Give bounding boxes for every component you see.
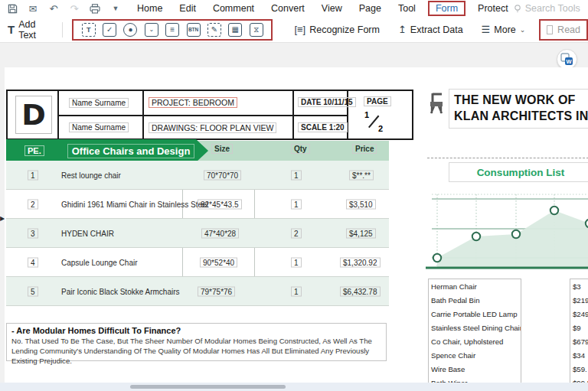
print-icon[interactable] bbox=[89, 2, 101, 15]
list-item[interactable]: Stainless Steel Dining Chair bbox=[429, 321, 521, 334]
column-price-header[interactable]: Price bbox=[352, 144, 377, 154]
read-checkbox[interactable] bbox=[547, 25, 553, 34]
page-label: PAGE bbox=[364, 96, 391, 106]
column-size-header[interactable]: Size bbox=[211, 144, 233, 154]
list-item-price[interactable]: $9 bbox=[570, 321, 588, 334]
push-button-field-icon[interactable]: BTN bbox=[187, 23, 201, 37]
table-header-row: PE. Office Chairs and Design Size Qty Pr… bbox=[6, 141, 389, 161]
list-item-price[interactable]: $3 bbox=[570, 279, 588, 293]
checkbox-field-icon[interactable]: ✓ bbox=[103, 23, 116, 37]
combo-box-field-icon[interactable]: ⌄ bbox=[145, 23, 158, 37]
list-item-price[interactable]: $219.9 bbox=[570, 293, 588, 307]
menu-form[interactable]: Form bbox=[428, 1, 466, 16]
consumption-item-names: Herman Chair Bath Pedal Bin Carrie Porta… bbox=[428, 279, 521, 390]
lamp-icon bbox=[513, 4, 522, 14]
recognize-form-button[interactable]: [≡] Recognize Form bbox=[294, 24, 380, 35]
faq-answer[interactable]: No. That Used To Be The Case, But The Sh… bbox=[11, 337, 381, 367]
read-mode-toggle[interactable]: Read bbox=[539, 19, 588, 41]
list-item[interactable]: Herman Chair bbox=[429, 279, 521, 293]
text-icon: T bbox=[8, 23, 15, 36]
divider bbox=[62, 22, 63, 37]
list-item[interactable]: Wire Base bbox=[429, 363, 521, 376]
extract-data-button[interactable]: ↥ Extract Data bbox=[398, 24, 463, 35]
digital-signature-field-icon[interactable]: ✎ bbox=[207, 23, 221, 37]
name-field-2[interactable]: Name Surname bbox=[69, 122, 129, 132]
list-box-field-icon[interactable]: ≡ bbox=[165, 23, 179, 37]
chair-icon bbox=[426, 92, 446, 118]
date-field[interactable]: DATE 10/11/15 bbox=[298, 97, 356, 107]
add-text-button[interactable]: T Add Text bbox=[0, 19, 59, 41]
list-item-price[interactable]: $679. bbox=[570, 334, 588, 348]
chevron-down-icon: ⌄ bbox=[520, 26, 526, 34]
consumption-list-heading[interactable]: Consumption List bbox=[449, 162, 588, 182]
form-field-button-group: T ✓ ● ⌄ ≡ BTN ✎ ▦ ⧖ bbox=[72, 19, 273, 41]
project-field[interactable]: PROJECT: BEDROOM bbox=[149, 97, 237, 108]
table-title: Office Chairs and Design bbox=[67, 144, 195, 158]
list-item[interactable]: Carrie Portable LED Lamp bbox=[429, 307, 521, 321]
menu-convert[interactable]: Convert bbox=[266, 2, 309, 15]
search-tools-button[interactable]: Search Tools bbox=[513, 3, 580, 14]
image-field-icon[interactable]: ▦ bbox=[228, 23, 242, 37]
dashed-divider bbox=[427, 158, 588, 158]
table-row: 5 Pair Iconic Black Stokke Armchairs 79*… bbox=[6, 277, 389, 306]
list-item[interactable]: Spence Chair bbox=[429, 348, 521, 362]
menu-tool[interactable]: Tool bbox=[394, 2, 420, 15]
drawings-field[interactable]: DRAWINGS: FLOOR PLAN VIEW bbox=[149, 122, 276, 133]
right-panel-title[interactable]: THE NEW WORK OF KLAN ARCHITECTS INC bbox=[449, 89, 588, 129]
list-item-price[interactable]: $249. bbox=[570, 307, 588, 321]
toolbar-dropdown-icon[interactable]: ▼ bbox=[109, 2, 122, 15]
list-item[interactable]: Co Chair, Upholstered bbox=[429, 334, 521, 348]
table-row: 2 Ghidini 1961 Miami Chair in Stainless … bbox=[6, 190, 389, 219]
svg-text:W: W bbox=[566, 58, 572, 65]
menu-protect[interactable]: Protect bbox=[473, 2, 513, 15]
table-row: 4 Capsule Lounge Chair 90*52*40 1 $1,320… bbox=[6, 248, 389, 277]
save-icon[interactable] bbox=[6, 2, 18, 15]
main-menu: Home Edit Comment Convert View Page Tool… bbox=[132, 1, 513, 16]
redo-icon[interactable]: ↷ bbox=[68, 2, 80, 15]
drawing-title-block: D Name Surname Name Surname PROJECT: BED… bbox=[6, 90, 413, 140]
list-item[interactable]: Bath Pedal Bin bbox=[429, 293, 521, 307]
email-icon[interactable]: ✉ bbox=[27, 2, 39, 15]
radio-button-field-icon[interactable]: ● bbox=[123, 23, 137, 37]
list-item-price[interactable]: $59. bbox=[570, 363, 588, 376]
column-qty-header[interactable]: Qty bbox=[291, 144, 310, 154]
scale-field[interactable]: SCALE 1:20 bbox=[298, 122, 348, 132]
menu-comment[interactable]: Comment bbox=[208, 2, 259, 15]
table-row: 1 Rest lounge chair 70*70*70 1 $**.** bbox=[6, 161, 389, 190]
menu-view[interactable]: View bbox=[317, 2, 347, 15]
column-pe-header: PE. bbox=[24, 145, 44, 156]
menu-home[interactable]: Home bbox=[132, 2, 167, 15]
quick-access-toolbar: ✉ ↶ ↷ ▼ bbox=[0, 2, 122, 15]
table-title-banner: PE. Office Chairs and Design bbox=[6, 139, 196, 162]
convert-to-word-badge[interactable]: W bbox=[557, 49, 577, 70]
page-fraction: 1 2 bbox=[364, 112, 384, 132]
consumption-item-prices: $3 $219.9 $249. $9 $679. $34 $59. $99.5 bbox=[570, 279, 588, 390]
horizontal-scrollbar[interactable] bbox=[0, 383, 588, 391]
word-file-icon: W bbox=[560, 53, 573, 66]
faq-block: - Are Modular Homes Difficult To Finance… bbox=[6, 323, 387, 361]
form-toolbar: T Add Text T ✓ ● ⌄ ≡ BTN ✎ ▦ ⧖ [≡] Recog… bbox=[0, 17, 588, 43]
menu-edit[interactable]: Edit bbox=[175, 2, 201, 15]
pdf-page: D Name Surname Name Surname PROJECT: BED… bbox=[5, 67, 588, 383]
more-lines-icon: ☰ bbox=[482, 24, 491, 35]
pdf-editor-window: ✉ ↶ ↷ ▼ Home Edit Comment Convert View P… bbox=[0, 0, 588, 391]
company-logo: D bbox=[15, 96, 52, 134]
more-button[interactable]: ☰ More ⌄ bbox=[482, 24, 526, 35]
table-row: 3 HYDEN CHAIR 47*40*28 2 $4,125 bbox=[6, 219, 389, 248]
menu-page[interactable]: Page bbox=[354, 2, 386, 15]
consumption-chart bbox=[426, 188, 588, 272]
undo-icon[interactable]: ↶ bbox=[47, 2, 60, 15]
extract-data-icon: ↥ bbox=[398, 24, 407, 35]
name-field-1[interactable]: Name Surname bbox=[69, 98, 129, 108]
menu-bar: ✉ ↶ ↷ ▼ Home Edit Comment Convert View P… bbox=[0, 0, 588, 17]
scrollbar-thumb[interactable] bbox=[130, 385, 286, 389]
faq-question[interactable]: - Are Modular Homes Difficult To Finance… bbox=[11, 326, 381, 335]
list-item-price[interactable]: $34 bbox=[570, 348, 588, 362]
recognize-form-icon: [≡] bbox=[294, 24, 305, 35]
document-workspace: W ▶ D Name Surname Name Surname PROJECT:… bbox=[0, 43, 588, 383]
date-field-icon[interactable]: ⧖ bbox=[250, 23, 263, 37]
text-field-icon[interactable]: T bbox=[82, 23, 96, 37]
